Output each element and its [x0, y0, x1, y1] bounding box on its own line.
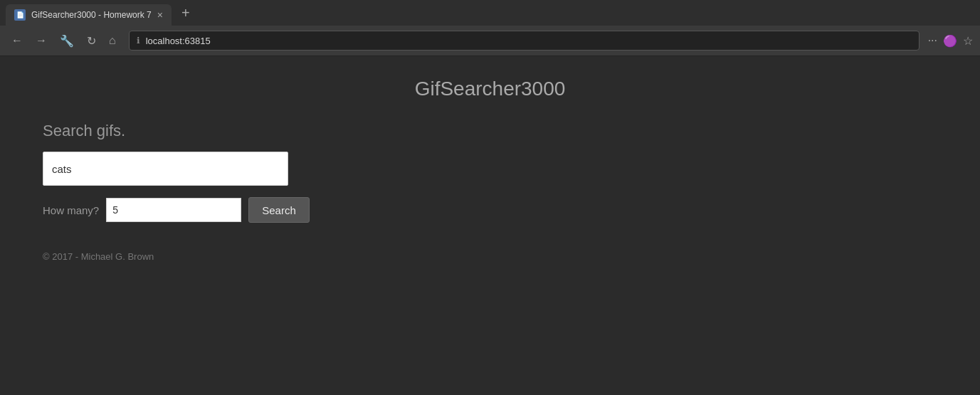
nav-right-icons: ··· 🟣 ☆ [928, 34, 973, 48]
tab-bar: 📄 GifSearcher3000 - Homework 7 × + [0, 0, 980, 26]
forward-button[interactable]: → [31, 31, 51, 50]
home-button[interactable]: ⌂ [105, 31, 120, 50]
quantity-input[interactable] [106, 198, 241, 222]
app-title: GifSearcher3000 [43, 78, 937, 100]
address-text: localhost:63815 [146, 36, 211, 46]
address-bar[interactable]: ℹ localhost:63815 [129, 31, 920, 51]
browser-chrome: 📄 GifSearcher3000 - Homework 7 × + ← → 🔧… [0, 0, 980, 56]
tab-close-button[interactable]: × [157, 10, 163, 20]
more-button[interactable]: ··· [928, 34, 937, 47]
footer-text: © 2017 - Michael G. Brown [43, 251, 937, 262]
pocket-button[interactable]: 🟣 [943, 34, 957, 48]
search-button[interactable]: Search [248, 197, 310, 223]
search-controls-row: How many? Search [43, 197, 937, 223]
new-tab-button[interactable]: + [177, 5, 194, 21]
search-text-input[interactable] [43, 152, 288, 186]
tools-button[interactable]: 🔧 [56, 31, 78, 51]
bookmark-button[interactable]: ☆ [963, 34, 973, 48]
nav-bar: ← → 🔧 ↻ ⌂ ℹ localhost:63815 ··· 🟣 ☆ [0, 26, 980, 56]
active-tab[interactable]: 📄 GifSearcher3000 - Homework 7 × [6, 4, 172, 26]
address-security-icon: ℹ [137, 36, 140, 46]
page-content: GifSearcher3000 Search gifs. How many? S… [0, 56, 980, 395]
refresh-button[interactable]: ↻ [83, 31, 100, 51]
back-button[interactable]: ← [7, 31, 27, 50]
search-heading: Search gifs. [43, 122, 937, 140]
tab-title: GifSearcher3000 - Homework 7 [31, 10, 152, 20]
how-many-label: How many? [43, 204, 99, 216]
tab-favicon: 📄 [14, 9, 26, 21]
